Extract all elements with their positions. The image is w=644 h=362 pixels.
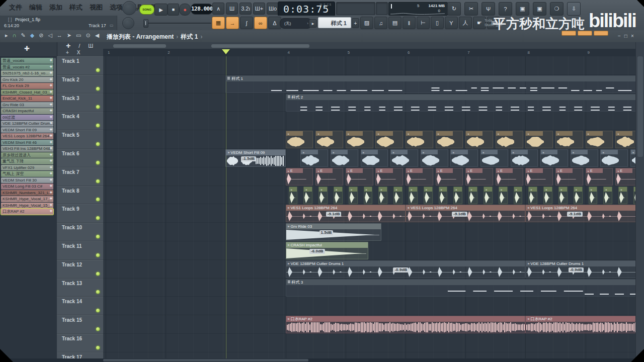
track-header-6[interactable]: Track 6: [57, 149, 103, 167]
hit-clip-t8-12[interactable]: »: [468, 187, 477, 204]
menu-item-3[interactable]: 样式: [69, 3, 83, 12]
typing-keyboard-icon[interactable]: ▦: [212, 17, 225, 29]
plugin-picker-icon[interactable]: Y: [445, 17, 458, 29]
hit-clip-t7-0[interactable]: »E: [286, 168, 313, 186]
hit-clip-t8-5[interactable]: »: [364, 187, 373, 204]
track-led[interactable]: [96, 346, 100, 349]
close-tracks-button[interactable]: X: [77, 50, 80, 55]
picker-item-0[interactable]: 普速_vocals+: [1, 58, 53, 64]
track-led[interactable]: [96, 179, 100, 183]
hit-clip-t8-11[interactable]: »: [453, 187, 462, 204]
hit-clip-t8-0[interactable]: »: [289, 187, 298, 204]
stop-button[interactable]: ■: [168, 4, 179, 16]
hit-clip-t7-11[interactable]: »E: [615, 168, 635, 186]
shuffle-slider-track[interactable]: [143, 23, 211, 24]
hit-clip-t8-8[interactable]: »: [409, 187, 418, 204]
track-led[interactable]: [96, 68, 100, 72]
hit-clip-t5-0[interactable]: »: [286, 131, 313, 148]
hit-clip-t5-3[interactable]: »: [375, 131, 403, 148]
minimize-button[interactable]: −: [618, 33, 621, 39]
picker-item-15[interactable]: 原乡鼓过渡进入+: [1, 152, 53, 158]
loop-record-icon[interactable]: Ш+: [253, 3, 265, 15]
hit-clip-t7-9[interactable]: »E: [555, 168, 583, 186]
hit-clip-t8-21[interactable]: »: [603, 187, 612, 204]
hint-button-3[interactable]: [594, 31, 608, 36]
hit-clip-t6-1[interactable]: »: [331, 149, 358, 167]
picker-item-19[interactable]: VEDM Short Fill 30+: [1, 177, 53, 184]
hit-clip-t5-9[interactable]: »: [555, 131, 583, 148]
add-track-button[interactable]: +: [66, 50, 69, 55]
picker-item-17[interactable]: VFX1 Uplifter 029+: [1, 165, 53, 171]
picker-item-10[interactable]: VDE 128BPM Cutter Drum...+: [1, 121, 53, 127]
track-led[interactable]: [96, 327, 100, 331]
countdown-icon[interactable]: 3.2ι: [239, 3, 252, 15]
vertical-scroll-handle[interactable]: [637, 56, 643, 157]
playlist-grid[interactable]: 样式 1样式 2»VEDM Short Fill 09-1.5dB»VES1 L…: [103, 56, 635, 358]
drag-handle-icon[interactable]: +: [50, 102, 52, 108]
hit-clip-t6-6[interactable]: »: [480, 149, 508, 167]
hit-clip-t5-1[interactable]: »: [315, 131, 343, 148]
hit-clip-t8-4[interactable]: »: [349, 187, 358, 204]
drag-handle-icon[interactable]: +: [50, 158, 52, 164]
picker-scrollbar[interactable]: [54, 58, 56, 133]
hit-clip-t6-7[interactable]: »: [511, 149, 538, 167]
peak-meter-panel[interactable]: [376, 2, 388, 15]
hit-clip-t8-9[interactable]: »: [424, 187, 433, 204]
clip-口水RAP #2-12[interactable]: »口水RAP #2: [525, 316, 635, 333]
hit-clip-t8-13[interactable]: »: [484, 187, 493, 204]
slide-icon[interactable]: ʃ: [240, 17, 253, 29]
hit-clip-t7-2[interactable]: »E: [346, 168, 373, 186]
delete-tool-icon[interactable]: ⊘: [39, 32, 43, 39]
touch-controller-icon[interactable]: 人: [459, 17, 472, 29]
menu-item-5[interactable]: 选项: [110, 3, 123, 12]
hit-clip-t8-20[interactable]: »: [589, 187, 598, 204]
drag-handle-icon[interactable]: +: [50, 58, 52, 64]
hit-clip-t5-7[interactable]: »: [496, 131, 523, 148]
clip-VEDM Short Fill 09-2[interactable]: »VEDM Short Fill 09-1.5dB: [225, 149, 285, 167]
track-header-13[interactable]: Track 13: [57, 279, 103, 297]
track-led[interactable]: [96, 161, 100, 164]
hit-clip-t7-8[interactable]: »E: [525, 168, 553, 186]
drag-handle-icon[interactable]: +: [50, 165, 52, 171]
track-header-3[interactable]: Track 3: [57, 94, 103, 112]
detach-icon[interactable]: ▸: [5, 32, 8, 39]
scroll-segment-2[interactable]: [211, 44, 309, 48]
record-audio-icon[interactable]: Ψ: [481, 2, 495, 16]
arrangement-picker[interactable]: (无)›: [280, 18, 312, 29]
pencil-tool-icon[interactable]: /: [78, 43, 80, 49]
tap-tempo-icon[interactable]: ∧: [212, 3, 224, 15]
scroll-segment-1[interactable]: [113, 44, 166, 48]
picker-item-16[interactable]: 重气压 下降+: [1, 158, 53, 164]
hit-clip-t6-10[interactable]: »: [600, 149, 628, 167]
hit-clip-t7-10[interactable]: »E: [586, 168, 613, 186]
hit-clip-t8-2[interactable]: »: [318, 187, 328, 204]
track-header-10[interactable]: Track 10: [57, 223, 103, 241]
main-volume-knob[interactable]: [122, 1, 136, 15]
track-led[interactable]: [96, 87, 100, 90]
hit-clip-t6-5[interactable]: »: [450, 149, 478, 167]
track-led[interactable]: [96, 253, 100, 257]
hit-clip-t6-8[interactable]: »: [540, 149, 568, 167]
shuffle-slider-handle[interactable]: [143, 19, 148, 28]
hit-clip-t7-7[interactable]: »E: [496, 168, 523, 186]
drag-handle-icon[interactable]: +: [50, 209, 52, 215]
drag-handle-icon[interactable]: +: [50, 108, 52, 114]
track-led[interactable]: [96, 105, 100, 109]
slide-tool-icon[interactable]: ✎: [21, 32, 25, 39]
hit-clip-t8-14[interactable]: »: [499, 187, 508, 204]
drag-handle-icon[interactable]: +: [50, 146, 52, 152]
hit-clip-t6-3[interactable]: »: [390, 149, 418, 167]
drag-handle-icon[interactable]: +: [50, 121, 52, 127]
playhead-marker[interactable]: [222, 49, 230, 54]
link-icon[interactable]: ∞: [254, 17, 267, 29]
time-display-panel[interactable]: 0:03:75 M:S:CS: [278, 2, 335, 16]
clip-口水RAP #2-11[interactable]: »口水RAP #2: [286, 316, 526, 333]
track-header-11[interactable]: Track 11: [57, 241, 103, 260]
drag-handle-icon[interactable]: +: [50, 115, 52, 121]
hit-clip-t7-6[interactable]: »E: [465, 168, 493, 186]
horizontal-scrollbar[interactable]: [0, 358, 644, 362]
play-button[interactable]: ▶: [154, 4, 168, 16]
track-led[interactable]: [96, 216, 100, 220]
clip-VES1 Loops 128BPM 264-4[interactable]: »VES1 Loops 128BPM 264-9.1dB: [406, 205, 525, 222]
clip-样式 2-1[interactable]: 样式 2: [286, 94, 635, 112]
